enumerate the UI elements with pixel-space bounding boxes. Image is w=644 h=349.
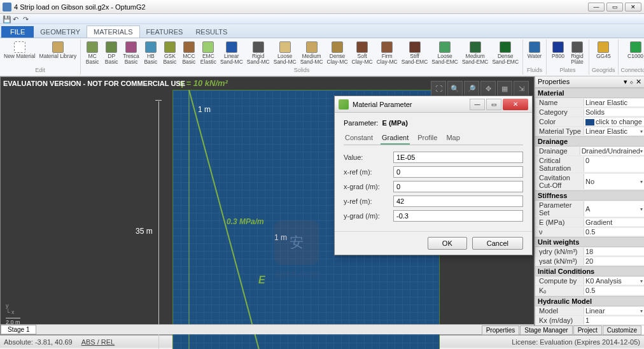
dialog-minimize-button[interactable]: — [470, 99, 485, 110]
dialog-close-button[interactable]: ✕ [503, 99, 528, 110]
prop-row[interactable]: E (MPa)Gradient [535, 218, 644, 227]
ygrad-input[interactable] [393, 210, 523, 222]
window-title-bar: 4 Strip load on Gibson soil.g2x - OptumG… [0, 0, 644, 14]
dim-height: 35 m [136, 227, 153, 236]
footer-tab-stage[interactable]: Stage Manager [520, 325, 572, 335]
material-rigid-plate[interactable]: RigidPlate [568, 41, 586, 65]
material-loose-sand-emc[interactable]: LooseSand-EMC [430, 41, 459, 65]
prop-row[interactable]: γsat (kN/m³)20 [535, 257, 644, 266]
save-icon[interactable]: 💾 [3, 15, 10, 23]
ribbon-tabs: FILE GEOMETRY MATERIALS FEATURES RESULTS [0, 24, 644, 38]
tab-materials[interactable]: MATERIALS [87, 25, 140, 38]
window-close-button[interactable]: ✕ [625, 3, 641, 11]
material-gg45[interactable]: GG45 [594, 41, 612, 60]
gradient-annotation: 0.3 MPa/m [227, 217, 264, 226]
prop-row[interactable]: Material TypeLinear Elastic▾ [535, 127, 644, 136]
stage-tab-1[interactable]: Stage 1 [1, 325, 36, 334]
tab-features[interactable]: FEATURES [140, 26, 190, 38]
material-medium-sand-emc[interactable]: MediumSand-EMC [461, 41, 490, 65]
status-mode[interactable]: ABS / REL [81, 338, 115, 346]
material-library-button[interactable]: Material Library [38, 41, 78, 60]
material-hb-basic[interactable]: HBBasic [142, 41, 160, 65]
material-p800[interactable]: P800 [549, 41, 567, 60]
window-minimize-button[interactable]: — [588, 3, 605, 11]
dialog-title: Material Parameter [353, 101, 412, 108]
material-medium-sand-mc[interactable]: MediumSand-MC [299, 41, 325, 65]
value-input[interactable] [393, 152, 523, 163]
ribbon: New Material Material Library Edit MCBas… [0, 38, 644, 76]
prop-row[interactable]: ν0.5 [535, 227, 644, 237]
material-water[interactable]: Water [526, 41, 543, 60]
dialog-tab-gradient[interactable]: Gradient [381, 132, 410, 145]
section-hydraulic-model: Hydraulic Model [535, 296, 644, 306]
redo-icon[interactable]: ↷ [23, 15, 31, 23]
group-solids: Solids [294, 67, 310, 73]
group-edit: Edit [35, 67, 45, 73]
undo-icon[interactable]: ↶ [13, 15, 20, 23]
dialog-tab-profile[interactable]: Profile [416, 132, 438, 145]
new-material-button[interactable]: New Material [3, 41, 37, 60]
section-unit-weights: Unit weights [535, 237, 644, 247]
prop-row[interactable]: Critical Saturation0 [535, 156, 644, 173]
window-maximize-button[interactable]: ▭ [606, 3, 623, 11]
load-annotation: q = 10 kN/m² [179, 78, 228, 88]
tab-results[interactable]: RESULTS [189, 26, 234, 38]
material-parameter-dialog: Material Parameter — ▭ ✕ Parameter: E (M… [334, 96, 533, 255]
cancel-button[interactable]: Cancel [472, 237, 523, 250]
snap-button[interactable]: ⇲ [514, 81, 529, 96]
panel-pin-icon[interactable]: ▾ ⬦ ✕ [624, 78, 641, 86]
material-gsk-basic[interactable]: GSKBasic [161, 41, 179, 65]
zoom-in-button[interactable]: 🔍 [447, 81, 463, 96]
dialog-maximize-button[interactable]: ▭ [486, 99, 501, 110]
material-dp-basic[interactable]: DPBasic [102, 41, 120, 65]
material-firm-clay-mc[interactable]: FirmClay-MC [375, 41, 399, 65]
prop-row[interactable]: NameLinear Elastic [535, 98, 644, 108]
section-initial-conditions: Initial Conditions [535, 266, 644, 276]
footer-tab-properties[interactable]: Properties [482, 325, 520, 335]
prop-row[interactable]: ModelLinear▾ [535, 306, 644, 316]
material-c1000[interactable]: C1000 [626, 41, 644, 60]
footer-tab-project[interactable]: Project [573, 325, 602, 335]
axis-indicator: y└ x [6, 303, 14, 315]
material-rigid-sand-mc[interactable]: RigidSand-MC [246, 41, 271, 65]
tab-file[interactable]: FILE [1, 26, 34, 38]
e-symbol: E [258, 274, 265, 286]
grid-button[interactable]: ▦ [497, 81, 512, 96]
prop-row[interactable]: Kx (m/day)1 [535, 316, 644, 325]
ok-button[interactable]: OK [428, 237, 467, 250]
material-emc-elastic[interactable]: EMCElastic [199, 41, 218, 65]
prop-row[interactable]: Cavitation Cut-OffNo▾ [535, 173, 644, 190]
status-coords: -3.81, 40.69 [35, 338, 73, 346]
quick-access-toolbar: 💾 ↶ ↷ [0, 14, 644, 24]
tab-geometry[interactable]: GEOMETRY [34, 26, 87, 38]
prop-row[interactable]: Parameter SetA▾ [535, 201, 644, 218]
material-linear-sand-mc[interactable]: LinearSand-MC [219, 41, 244, 65]
material-stiff-sand-emc[interactable]: StiffSand-EMC [400, 41, 430, 65]
material-soft-clay-mc[interactable]: SoftClay-MC [351, 41, 374, 65]
app-icon [3, 3, 11, 11]
material-loose-sand-mc[interactable]: LooseSand-MC [272, 41, 298, 65]
prop-row[interactable]: DrainageDrained/Undrained▾ [535, 146, 644, 156]
material-mc-basic[interactable]: MCBasic [83, 41, 101, 65]
material-tresca-basic[interactable]: TrescaBasic [122, 41, 141, 65]
pan-button[interactable]: ✥ [480, 81, 496, 96]
dialog-tab-constant[interactable]: Constant [344, 132, 374, 145]
prop-row[interactable]: γdry (kN/m³)18 [535, 247, 644, 257]
dialog-tab-map[interactable]: Map [445, 132, 461, 145]
material-dense-clay-mc[interactable]: DenseClay-MC [326, 41, 349, 65]
evaluation-banner: EVALUATION VERSION - NOT FOR COMMERCIAL … [3, 80, 185, 87]
prop-row[interactable]: Colorclick to change [535, 117, 644, 127]
zoom-fit-button[interactable]: 🔎 [464, 81, 479, 96]
dim-1m-mid: 1 m [274, 233, 287, 242]
xref-input[interactable] [393, 166, 523, 178]
xgrad-input[interactable] [393, 181, 523, 192]
prop-row[interactable]: CategorySolids [535, 108, 644, 117]
yref-input[interactable] [393, 196, 523, 207]
zoom-window-button[interactable]: ⛶ [431, 81, 446, 96]
prop-row[interactable]: K₀0.5 [535, 286, 644, 296]
material-mcc-basic[interactable]: MCCBasic [180, 41, 198, 65]
section-material: Material [535, 88, 644, 98]
material-dense-sand-emc[interactable]: DenseSand-EMC [491, 41, 520, 65]
footer-tab-customize[interactable]: Customize [603, 325, 641, 335]
prop-row[interactable]: Compute byK0 Analysis▾ [535, 276, 644, 286]
